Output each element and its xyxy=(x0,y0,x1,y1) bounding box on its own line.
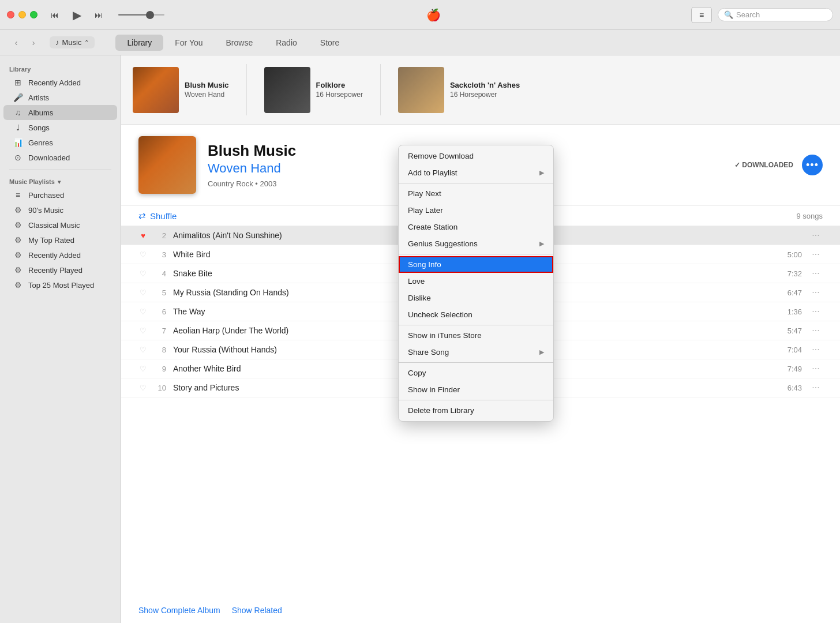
context-menu-item-add-to-playlist[interactable]: Add to Playlist ▶ xyxy=(399,164,553,181)
submenu-arrow-icon: ▶ xyxy=(539,348,544,356)
tab-library[interactable]: Library xyxy=(115,35,163,51)
carousel-info-sackcloth: Sackcloth 'n' Ashes 16 Horsepower xyxy=(450,81,520,99)
carousel-item-sackcloth[interactable]: Sackcloth 'n' Ashes 16 Horsepower xyxy=(392,55,526,124)
carousel-artist-blush: Woven Hand xyxy=(185,91,229,99)
carousel-info-folklore: Folklore 16 Horsepower xyxy=(316,81,363,99)
context-menu-separator xyxy=(399,362,553,363)
list-view-icon[interactable]: ≡ xyxy=(691,7,712,23)
carousel-item-folklore[interactable]: Folklore 16 Horsepower xyxy=(258,55,369,124)
carousel-title-blush: Blush Music xyxy=(185,81,229,89)
fullscreen-button[interactable] xyxy=(30,11,38,18)
classical-icon: ⚙ xyxy=(13,220,23,230)
volume-fill xyxy=(118,14,150,16)
rewind-button[interactable]: ⏮ xyxy=(47,7,63,23)
forward-button[interactable]: › xyxy=(27,36,40,50)
tab-store[interactable]: Store xyxy=(309,35,351,51)
tab-for-you[interactable]: For You xyxy=(163,35,214,51)
track-heart-icon: ♡ xyxy=(138,250,148,259)
ctx-item-label-remove-download: Remove Download xyxy=(408,152,474,160)
sidebar-item-artists[interactable]: 🎤 Artists xyxy=(3,90,117,105)
context-menu-item-dislike[interactable]: Dislike xyxy=(399,290,553,306)
ctx-item-label-show-in-finder: Show in Finder xyxy=(408,385,460,394)
carousel-artist-sackcloth: 16 Horsepower xyxy=(450,91,520,99)
context-menu-item-play-later[interactable]: Play Later xyxy=(399,202,553,219)
forward-button[interactable]: ⏭ xyxy=(91,7,107,23)
context-menu-item-love[interactable]: Love xyxy=(399,273,553,290)
search-box[interactable]: 🔍 Search xyxy=(718,8,833,21)
volume-thumb[interactable] xyxy=(146,11,154,19)
playlists-label: Music Playlists xyxy=(9,178,55,185)
music-selector[interactable]: ♪ Music ⌃ xyxy=(50,36,95,48)
play-button[interactable]: ▶ xyxy=(66,5,87,25)
track-more-button[interactable]: ··· xyxy=(809,268,823,279)
track-number: 3 xyxy=(155,250,166,259)
context-menu-item-copy[interactable]: Copy xyxy=(399,365,553,381)
back-button[interactable]: ‹ xyxy=(9,36,23,50)
context-menu-item-show-in-finder[interactable]: Show in Finder xyxy=(399,381,553,398)
tab-browse[interactable]: Browse xyxy=(215,35,265,51)
more-options-button[interactable]: ••• xyxy=(802,155,823,175)
minimize-button[interactable] xyxy=(18,11,26,18)
context-menu-item-song-info[interactable]: Song Info xyxy=(399,256,553,273)
context-menu-item-share-song[interactable]: Share Song ▶ xyxy=(399,344,553,361)
sidebar-item-purchased[interactable]: ≡ Purchased xyxy=(3,187,117,202)
volume-slider[interactable] xyxy=(118,14,164,16)
context-menu: Remove Download Add to Playlist ▶ Play N… xyxy=(398,145,554,422)
carousel-artist-folklore: 16 Horsepower xyxy=(316,91,363,99)
track-duration: 1:36 xyxy=(787,307,802,316)
track-more-button[interactable]: ··· xyxy=(809,382,823,393)
content: Blush Music Woven Hand Folklore 16 Horse… xyxy=(121,55,840,623)
album-detail-art xyxy=(138,136,196,194)
sidebar-item-90s-music[interactable]: ⚙ 90's Music xyxy=(3,202,117,217)
top-25-icon: ⚙ xyxy=(13,280,23,290)
genres-icon: 📊 xyxy=(13,138,23,147)
show-complete-album-link[interactable]: Show Complete Album xyxy=(138,606,220,615)
context-menu-item-genius-suggestions[interactable]: Genius Suggestions ▶ xyxy=(399,235,553,252)
traffic-lights xyxy=(7,11,38,18)
close-button[interactable] xyxy=(7,11,14,18)
songs-label: Songs xyxy=(28,123,50,132)
track-more-button[interactable]: ··· xyxy=(809,230,823,241)
track-more-button[interactable]: ··· xyxy=(809,249,823,260)
sidebar-item-recently-added-pl[interactable]: ⚙ Recently Added xyxy=(3,247,117,262)
albums-icon: ♫ xyxy=(13,108,23,117)
shuffle-button[interactable]: ⇄ Shuffle xyxy=(138,211,177,221)
show-related-link[interactable]: Show Related xyxy=(232,606,282,615)
track-more-button[interactable]: ··· xyxy=(809,306,823,317)
sidebar-item-recently-added[interactable]: ⊞ Recently Added xyxy=(3,75,117,90)
playlists-header[interactable]: Music Playlists ▾ xyxy=(0,175,121,187)
purchased-icon: ≡ xyxy=(13,190,23,200)
ctx-item-label-play-later: Play Later xyxy=(408,206,443,215)
sidebar-item-my-top-rated[interactable]: ⚙ My Top Rated xyxy=(3,232,117,247)
sidebar-item-classical[interactable]: ⚙ Classical Music xyxy=(3,217,117,232)
nav-arrows: ‹ › xyxy=(9,36,40,50)
carousel-art-sackcloth xyxy=(398,67,444,113)
track-more-button[interactable]: ··· xyxy=(809,287,823,298)
carousel-item-blush[interactable]: Blush Music Woven Hand xyxy=(127,55,235,124)
ctx-item-label-love: Love xyxy=(408,277,425,286)
tab-radio[interactable]: Radio xyxy=(264,35,309,51)
albums-label: Albums xyxy=(28,108,53,117)
context-menu-item-uncheck-selection[interactable]: Uncheck Selection xyxy=(399,306,553,323)
sidebar-item-songs[interactable]: ♩ Songs xyxy=(3,120,117,135)
context-menu-item-create-station[interactable]: Create Station xyxy=(399,219,553,235)
ctx-item-label-add-to-playlist: Add to Playlist xyxy=(408,168,457,177)
sidebar-item-downloaded[interactable]: ⊙ Downloaded xyxy=(3,150,117,165)
90s-music-label: 90's Music xyxy=(28,206,63,215)
apple-logo-icon: 🍎 xyxy=(176,8,691,22)
context-menu-item-remove-download[interactable]: Remove Download xyxy=(399,148,553,164)
context-menu-separator xyxy=(399,254,553,254)
context-menu-item-show-in-itunes[interactable]: Show in iTunes Store xyxy=(399,327,553,344)
sidebar-item-albums[interactable]: ♫ Albums xyxy=(3,105,117,120)
track-more-button[interactable]: ··· xyxy=(809,363,823,374)
context-menu-item-delete-from-library[interactable]: Delete from Library xyxy=(399,402,553,419)
track-more-button[interactable]: ··· xyxy=(809,344,823,355)
sidebar-item-recently-played[interactable]: ⚙ Recently Played xyxy=(3,262,117,277)
sidebar-item-genres[interactable]: 📊 Genres xyxy=(3,135,117,150)
track-number: 6 xyxy=(155,307,166,316)
sidebar-item-top-25[interactable]: ⚙ Top 25 Most Played xyxy=(3,277,117,292)
track-duration: 5:00 xyxy=(787,250,802,259)
track-more-button[interactable]: ··· xyxy=(809,325,823,336)
context-menu-item-play-next[interactable]: Play Next xyxy=(399,185,553,202)
carousel-art-folklore xyxy=(264,67,310,113)
